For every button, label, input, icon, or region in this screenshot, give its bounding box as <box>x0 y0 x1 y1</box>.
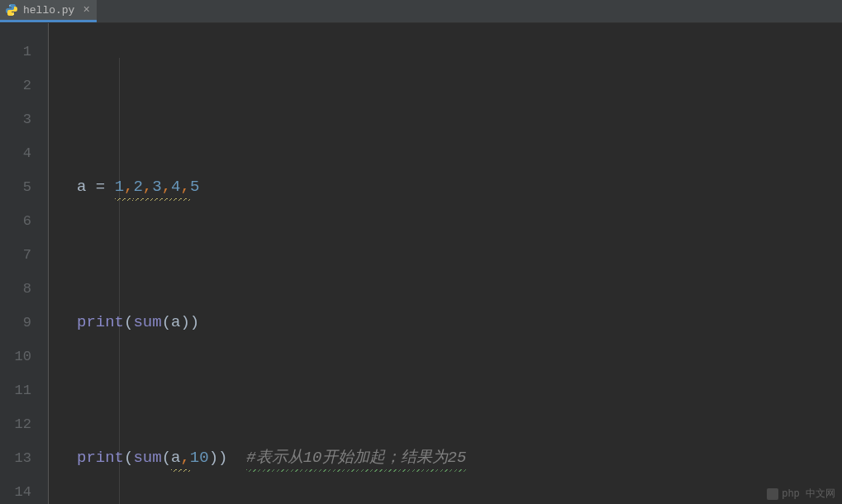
line-number: 8 <box>0 272 48 306</box>
line-number: 7 <box>0 238 48 272</box>
line-number: 6 <box>0 204 48 238</box>
editor-area[interactable]: 1 2 3 4 5 6 7 8 9 10 11 12 13 14 a = 1,2… <box>0 23 842 504</box>
file-tab[interactable]: hello.py × <box>0 0 97 22</box>
line-number: 12 <box>0 407 48 441</box>
code-line: a = 1,2,3,4,5 <box>77 170 842 204</box>
line-number: 5 <box>0 170 48 204</box>
tabs-bar: hello.py × <box>0 0 842 23</box>
code-line: print(sum(a)) <box>77 306 842 340</box>
code-line: print(sum(a,10)) #表示从10开始加起；结果为25 <box>77 441 842 475</box>
watermark: php 中文网 <box>767 487 835 501</box>
line-number: 2 <box>0 69 48 102</box>
line-gutter: 1 2 3 4 5 6 7 8 9 10 11 12 13 14 <box>0 23 48 504</box>
line-number: 4 <box>0 136 48 170</box>
tab-filename: hello.py <box>23 4 74 17</box>
svg-point-1 <box>12 14 13 15</box>
watermark-logo-icon <box>767 488 778 500</box>
line-number: 14 <box>0 475 48 504</box>
close-icon[interactable]: × <box>83 3 89 17</box>
line-number: 10 <box>0 340 48 373</box>
svg-point-0 <box>9 5 10 6</box>
watermark-text: php 中文网 <box>782 487 835 501</box>
line-number: 3 <box>0 102 48 136</box>
indent-guide <box>119 58 120 504</box>
line-number: 11 <box>0 373 48 407</box>
line-number: 9 <box>0 306 48 340</box>
line-number: 1 <box>0 35 48 69</box>
code-panel[interactable]: a = 1,2,3,4,5 print(sum(a)) print(sum(a,… <box>49 23 842 504</box>
line-number: 13 <box>0 441 48 475</box>
python-file-icon <box>5 3 18 17</box>
